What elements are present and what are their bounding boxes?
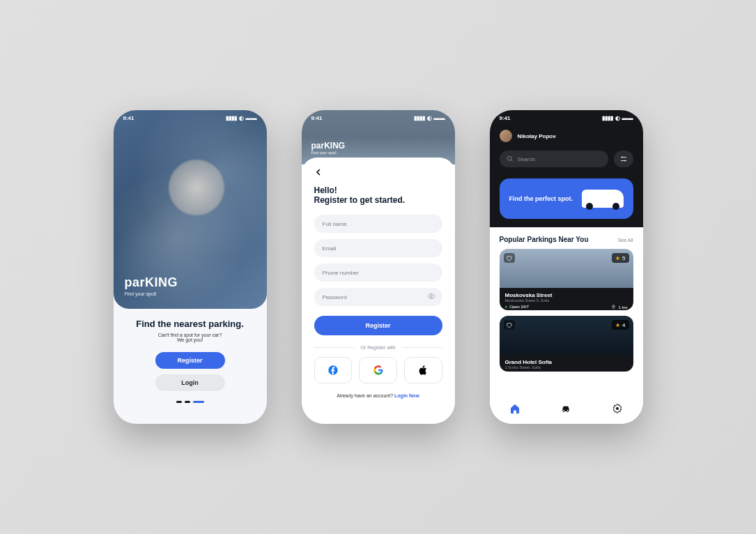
search-input[interactable]: Search: [500, 151, 608, 167]
register-h1: Hello!: [314, 185, 442, 195]
user-row[interactable]: Nikolay Popov: [500, 130, 633, 142]
or-text: Or Register with: [360, 345, 395, 350]
parking-card[interactable]: ★ 4 Grand Hotel Sofia 1 Gurko Street, So…: [500, 316, 633, 372]
home-icon: [509, 403, 520, 414]
rating-badge: ★ 4: [612, 320, 628, 330]
back-button[interactable]: [314, 167, 442, 178]
svg-point-11: [616, 407, 619, 410]
brand-tagline: Find your spot!: [125, 291, 178, 296]
register-form: Hello! Register to get started. Full nam…: [302, 158, 455, 424]
login-prompt: Already have an account? Login Now: [314, 393, 442, 398]
status-bar: 9:41 ▮▮▮▮ ◐ ▬▬: [302, 110, 455, 125]
pin-icon: [611, 305, 616, 310]
star-icon: ★: [615, 322, 620, 328]
bottom-nav: [490, 395, 643, 424]
nav-settings[interactable]: [612, 403, 623, 416]
nav-home[interactable]: [509, 403, 520, 416]
onboarding-title: Find the nearest parking.: [136, 319, 244, 329]
page-dot[interactable]: [176, 401, 182, 403]
screen-register: 9:41 ▮▮▮▮ ◐ ▬▬ parKING Find your spot! H…: [302, 110, 455, 424]
status-bar: 9:41 ▮▮▮▮ ◐ ▬▬: [114, 110, 267, 125]
heart-icon: [506, 322, 512, 328]
battery-icon: ▬▬: [622, 115, 633, 121]
page-dot[interactable]: [185, 401, 190, 403]
avatar: [500, 130, 512, 142]
promo-card[interactable]: Find the perfect spot.: [500, 178, 633, 219]
wifi-icon: ◐: [427, 115, 432, 121]
svg-point-0: [430, 296, 432, 298]
status-icons: ▮▮▮▮ ◐ ▬▬: [226, 115, 257, 121]
phone-field[interactable]: Phone number: [314, 264, 442, 282]
svg-point-8: [613, 306, 615, 307]
register-h2: Register to get started.: [314, 195, 442, 205]
login-button[interactable]: Login: [155, 374, 225, 391]
email-placeholder: Email: [323, 245, 337, 252]
distance: 1 km: [611, 305, 627, 310]
promo-text: Find the perfect spot.: [509, 195, 573, 202]
parking-info: Moskovska Street Moskovska Street 5, Sof…: [500, 288, 633, 310]
status-time: 9:41: [500, 115, 511, 121]
facebook-button[interactable]: [314, 357, 353, 383]
svg-point-7: [624, 160, 626, 162]
facebook-icon: [327, 365, 339, 376]
svg-point-9: [564, 410, 565, 411]
screen-onboarding: 9:41 ▮▮▮▮ ◐ ▬▬ parKING Find your spot! F…: [114, 110, 267, 424]
fullname-placeholder: Full name: [323, 221, 347, 227]
rating-value: 5: [622, 255, 625, 261]
search-placeholder: Search: [518, 156, 535, 162]
parking-address: Moskovska Street 5, Sofia: [505, 298, 628, 303]
status-time: 9:41: [311, 115, 323, 121]
parking-name: Grand Hotel Sofia: [505, 359, 628, 365]
password-field[interactable]: Password: [314, 288, 442, 306]
wifi-icon: ◐: [239, 115, 244, 121]
favorite-button[interactable]: [504, 320, 515, 330]
phone-placeholder: Phone number: [323, 270, 359, 276]
register-submit-button[interactable]: Register: [314, 316, 442, 335]
email-field[interactable]: Email: [314, 239, 442, 257]
rating-value: 4: [622, 322, 625, 328]
open-status: ●Open 24/7: [505, 305, 530, 310]
google-button[interactable]: [359, 357, 397, 383]
parking-image: ★ 4: [500, 316, 633, 355]
search-icon: [507, 155, 514, 162]
battery-icon: ▬▬: [434, 115, 445, 121]
fullname-field[interactable]: Full name: [314, 215, 442, 233]
filter-button[interactable]: [614, 151, 633, 167]
already-text: Already have an account?: [337, 393, 393, 398]
signal-icon: ▮▮▮▮: [226, 115, 237, 121]
favorite-button[interactable]: [504, 253, 515, 263]
parking-info: Grand Hotel Sofia 1 Gurko Street, Sofia: [500, 355, 633, 372]
or-divider: Or Register with: [314, 345, 442, 350]
brand-block: parKING Find your spot!: [125, 275, 178, 296]
show-password-icon[interactable]: [427, 292, 435, 302]
home-body: Popular Parkings Near You See All ★ 5 Mo…: [490, 226, 643, 372]
star-icon: ★: [615, 255, 620, 261]
brand-name: parKING: [311, 141, 346, 151]
signal-icon: ▮▮▮▮: [602, 115, 613, 121]
status-icons: ▮▮▮▮ ◐ ▬▬: [602, 115, 633, 121]
see-all-link[interactable]: See All: [618, 238, 633, 243]
status-icons: ▮▮▮▮ ◐ ▬▬: [414, 115, 445, 121]
page-dot-active[interactable]: [193, 401, 204, 403]
apple-button[interactable]: [404, 357, 442, 383]
parking-image: ★ 5: [500, 249, 633, 288]
screen-home: 9:41 ▮▮▮▮ ◐ ▬▬ Nikolay Popov Search Find…: [490, 110, 643, 424]
onboarding-sub1: Can't find a spot for your car?: [158, 333, 222, 337]
brand-tagline: Find your spot!: [311, 151, 346, 155]
svg-point-2: [507, 156, 511, 160]
register-button[interactable]: Register: [155, 352, 225, 369]
section-title: Popular Parkings Near You: [500, 236, 589, 243]
svg-point-5: [622, 157, 623, 158]
rating-badge: ★ 5: [612, 253, 628, 263]
hero-image: parKING Find your spot!: [114, 110, 267, 309]
svg-line-3: [511, 160, 513, 162]
gear-icon: [612, 403, 623, 414]
parking-card[interactable]: ★ 5 Moskovska Street Moskovska Street 5,…: [500, 249, 633, 310]
svg-point-10: [567, 410, 569, 411]
brand-name: parKING: [125, 275, 178, 290]
car-icon: [560, 403, 572, 414]
battery-icon: ▬▬: [246, 115, 257, 121]
nav-car[interactable]: [560, 403, 572, 416]
login-now-link[interactable]: Login Now: [394, 393, 419, 398]
sliders-icon: [619, 155, 628, 163]
